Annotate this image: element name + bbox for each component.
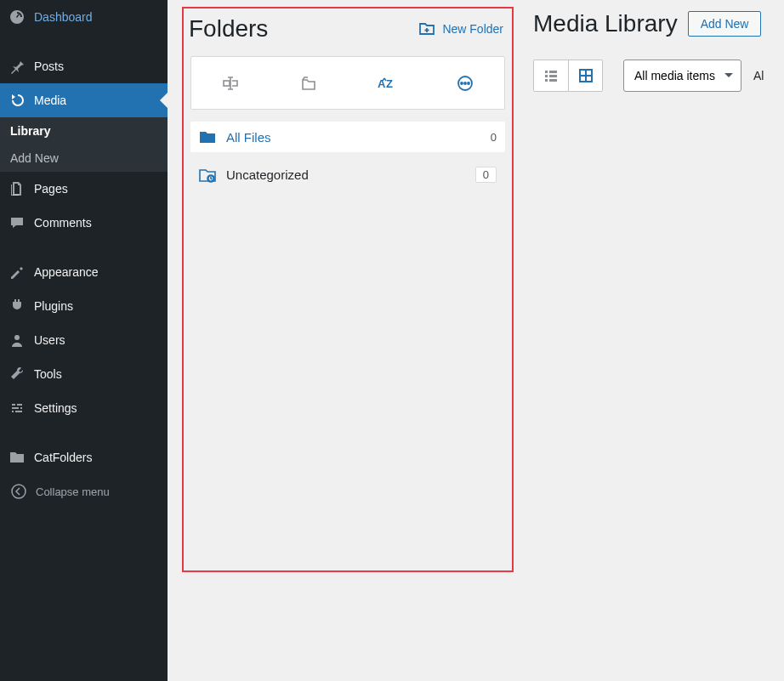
svg-text:Z: Z (386, 77, 393, 90)
comments-icon (9, 214, 26, 231)
sidebar-label: Posts (34, 60, 64, 73)
collapse-menu-button[interactable]: Collapse menu (0, 474, 168, 508)
media-library-header: Media Library Add New All media items (533, 10, 784, 92)
view-toggle (533, 60, 603, 92)
new-folder-icon (418, 21, 435, 37)
folder-row-uncategorized[interactable]: Uncategorized 0 (190, 159, 505, 190)
menu-separator (0, 425, 168, 440)
partial-text: Al (753, 69, 764, 82)
menu-separator (0, 34, 168, 49)
sidebar-item-pages[interactable]: Pages (0, 172, 168, 206)
tools-icon (9, 366, 26, 383)
folders-title: Folders (189, 15, 268, 43)
new-folder-label: New Folder (442, 22, 503, 36)
svg-point-7 (464, 82, 466, 84)
admin-sidebar: Dashboard Posts Media Library Add New Pa… (0, 0, 168, 681)
svg-rect-15 (545, 79, 548, 82)
new-folder-button[interactable]: New Folder (418, 21, 503, 37)
sidebar-label: Appearance (34, 265, 99, 279)
sidebar-item-plugins[interactable]: Plugins (0, 289, 168, 323)
content-area: Folders New Folder AZ (168, 0, 784, 681)
folder-clock-icon (199, 167, 216, 183)
folder-count: 0 (491, 131, 497, 144)
folders-panel: Folders New Folder AZ (182, 7, 514, 572)
more-button[interactable] (426, 57, 504, 109)
sidebar-item-media[interactable]: Media (0, 83, 168, 117)
pages-icon (9, 180, 26, 197)
folders-header: Folders New Folder (184, 9, 512, 51)
rename-button[interactable] (191, 57, 270, 109)
svg-rect-13 (545, 75, 548, 77)
folder-row-all-files[interactable]: All Files 0 (190, 122, 505, 152)
sort-az-icon: AZ (377, 75, 397, 92)
svg-point-8 (468, 82, 469, 84)
svg-rect-12 (549, 71, 557, 73)
svg-rect-11 (545, 71, 548, 73)
sidebar-item-appearance[interactable]: Appearance (0, 255, 168, 289)
sort-button[interactable]: AZ (348, 57, 426, 109)
list-view-icon (543, 67, 560, 84)
appearance-icon (9, 264, 26, 281)
sidebar-item-tools[interactable]: Tools (0, 357, 168, 391)
sidebar-label: Pages (34, 182, 68, 196)
sidebar-item-settings[interactable]: Settings (0, 391, 168, 425)
plugins-icon (9, 298, 26, 315)
collapse-label: Collapse menu (36, 485, 110, 498)
menu-separator (0, 240, 168, 255)
sidebar-label: Tools (34, 367, 62, 381)
media-title-row: Media Library Add New (533, 10, 784, 37)
folder-label: All Files (226, 130, 480, 145)
page-title: Media Library (533, 10, 678, 37)
sidebar-label: Comments (34, 216, 92, 230)
settings-icon (9, 400, 26, 417)
folder-label: Uncategorized (226, 167, 465, 182)
sidebar-item-posts[interactable]: Posts (0, 49, 168, 83)
media-controls: All media items Al (533, 60, 784, 92)
sidebar-label: Plugins (34, 299, 73, 313)
view-list-button[interactable] (534, 60, 568, 91)
sidebar-item-users[interactable]: Users (0, 323, 168, 357)
pin-icon (9, 58, 26, 75)
folders-toolbar: AZ (190, 56, 505, 110)
media-filter-wrap: All media items (613, 60, 741, 92)
collapse-icon (10, 483, 27, 500)
folder-filled-icon (199, 129, 216, 145)
svg-rect-2 (224, 81, 230, 86)
svg-rect-14 (549, 75, 557, 77)
sidebar-label: CatFolders (34, 451, 92, 464)
svg-point-1 (12, 485, 26, 498)
svg-point-0 (14, 335, 20, 340)
users-icon (9, 332, 26, 349)
sidebar-item-dashboard[interactable]: Dashboard (0, 0, 168, 34)
view-grid-button[interactable] (568, 60, 602, 91)
submenu-item-library[interactable]: Library (0, 117, 168, 145)
delete-button[interactable] (270, 57, 348, 109)
media-filter-select[interactable]: All media items (623, 60, 741, 92)
dashboard-icon (9, 9, 26, 26)
media-submenu: Library Add New (0, 117, 168, 172)
sidebar-label: Dashboard (34, 10, 93, 24)
more-icon (456, 74, 474, 93)
media-icon (9, 92, 26, 109)
folder-icon (9, 449, 26, 466)
sidebar-item-catfolders[interactable]: CatFolders (0, 440, 168, 474)
sidebar-label: Settings (34, 401, 77, 415)
sidebar-label: Users (34, 333, 65, 347)
sidebar-label: Media (34, 94, 66, 107)
submenu-item-add-new[interactable]: Add New (0, 145, 168, 172)
svg-rect-16 (549, 79, 557, 82)
grid-view-icon (577, 67, 594, 84)
rename-icon (221, 74, 240, 93)
svg-point-6 (461, 82, 463, 84)
add-new-button[interactable]: Add New (688, 11, 762, 37)
delete-icon (299, 74, 318, 93)
folder-count: 0 (475, 167, 497, 183)
sidebar-item-comments[interactable]: Comments (0, 206, 168, 240)
folder-list: All Files 0 Uncategorized 0 (190, 122, 505, 190)
